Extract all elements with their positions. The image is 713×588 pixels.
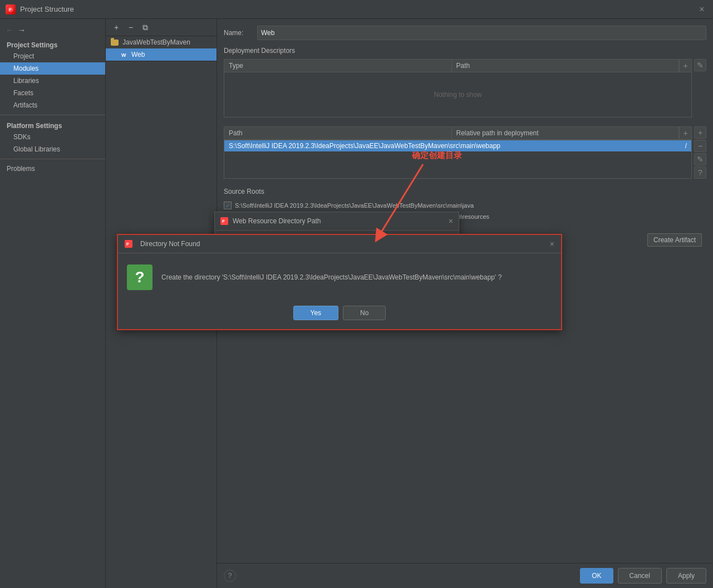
- sidebar-divider: [0, 115, 105, 115]
- sidebar-item-modules[interactable]: Modules: [0, 62, 105, 75]
- dir-dialog-icon: P: [125, 240, 132, 248]
- web-roots-add-button[interactable]: +: [694, 126, 706, 139]
- sidebar-item-artifacts[interactable]: Artifacts: [0, 99, 105, 111]
- window-title: Project Structure: [20, 5, 74, 13]
- deployment-table-empty: Nothing to show: [224, 72, 691, 117]
- deployment-table: Type Path + Nothing to show: [224, 59, 692, 117]
- folder-icon: [110, 38, 119, 47]
- dir-dialog-no-button[interactable]: No: [343, 306, 386, 320]
- cancel-button[interactable]: Cancel: [618, 568, 662, 584]
- main-window: P Project Structure × ← → Project Settin…: [0, 0, 713, 588]
- path-column-header: Path: [452, 60, 680, 72]
- deployment-side-buttons: ✎: [692, 59, 706, 117]
- ok-button[interactable]: OK: [580, 568, 613, 584]
- add-module-button[interactable]: +: [110, 21, 122, 33]
- web-roots-help-button[interactable]: ?: [694, 166, 706, 179]
- svg-text:P: P: [9, 8, 12, 12]
- name-input[interactable]: [257, 26, 706, 40]
- apply-button[interactable]: Apply: [666, 568, 706, 584]
- platform-settings-header: Platform Settings: [0, 119, 105, 131]
- web-resource-dialog-close[interactable]: ×: [449, 217, 453, 226]
- project-settings-header: Project Settings: [0, 38, 105, 50]
- sidebar-item-global-libraries[interactable]: Global Libraries: [0, 143, 105, 155]
- web-roots-header: Path Relative path in deployment +: [224, 127, 691, 140]
- dir-dialog-footer: Yes No: [118, 301, 561, 329]
- dir-dialog-message: Create the directory 'S:\Soft\IntelliJ I…: [161, 272, 501, 282]
- web-roots-table: Path Relative path in deployment + S:\So…: [224, 126, 692, 179]
- dir-dialog-close[interactable]: ×: [550, 239, 554, 248]
- web-roots-side-buttons: + − ✎ ?: [692, 126, 706, 179]
- svg-text:P: P: [222, 219, 225, 223]
- window-close-button[interactable]: ×: [696, 4, 707, 15]
- sidebar-item-libraries[interactable]: Libraries: [0, 75, 105, 87]
- sidebar-item-facets[interactable]: Facets: [0, 87, 105, 99]
- name-label: Name:: [224, 29, 252, 37]
- copy-module-button[interactable]: ⧉: [139, 21, 151, 33]
- create-artifact-button[interactable]: Create Artifact: [647, 233, 702, 247]
- dir-dialog-content: ? Create the directory 'S:\Soft\IntelliJ…: [118, 253, 561, 301]
- svg-text:W: W: [121, 52, 126, 58]
- sidebar: ← → Project Settings Project Modules Lib…: [0, 19, 106, 588]
- web-roots-relative-header: Relative path in deployment: [452, 127, 680, 139]
- web-roots-wrapper: Path Relative path in deployment + S:\So…: [224, 126, 706, 179]
- module-tree: JavaWebTestByMaven W Web: [106, 36, 217, 61]
- name-field-row: Name:: [224, 26, 706, 40]
- web-resource-dialog-title: Web Resource Directory Path: [233, 217, 444, 225]
- bottom-bar: ? OK Cancel Apply: [217, 563, 713, 588]
- title-bar: P Project Structure ×: [0, 0, 713, 19]
- sidebar-nav-top: ← →: [0, 22, 105, 38]
- web-module-icon: W: [119, 50, 128, 59]
- deployment-edit-button[interactable]: ✎: [694, 59, 706, 71]
- add-web-root-button[interactable]: +: [679, 127, 691, 139]
- source-root-item-0: S:\Soft\IntelliJ IDEA 2019.2.3\IdeaProje…: [224, 200, 706, 211]
- dir-not-found-dialog: P Directory Not Found × ? Create the dir…: [117, 234, 562, 330]
- dir-dialog-yes-button[interactable]: Yes: [293, 306, 339, 320]
- app-icon: P: [6, 4, 16, 14]
- dir-dialog-title: Directory Not Found: [137, 240, 545, 248]
- web-roots-selected-row[interactable]: S:\Soft\IntelliJ IDEA 2019.2.3\IdeaProje…: [224, 140, 691, 151]
- web-resource-dialog-titlebar: P Web Resource Directory Path ×: [215, 212, 459, 231]
- source-root-checkbox-0[interactable]: [224, 202, 232, 209]
- deployment-descriptors-title: Deployment Descriptors: [224, 47, 706, 55]
- remove-module-button[interactable]: −: [125, 21, 137, 33]
- sidebar-item-problems[interactable]: Problems: [0, 163, 105, 175]
- web-roots-remove-button[interactable]: −: [694, 140, 706, 152]
- web-resource-dialog-icon: P: [220, 217, 228, 225]
- svg-text:P: P: [126, 242, 129, 246]
- source-roots-title: Source Roots: [224, 188, 706, 195]
- module-toolbar: + − ⧉: [106, 19, 217, 36]
- help-button[interactable]: ?: [224, 570, 236, 582]
- question-box-icon: ?: [127, 264, 153, 290]
- tree-item-web[interactable]: W Web: [106, 48, 217, 61]
- dir-dialog-titlebar: P Directory Not Found ×: [118, 235, 561, 253]
- web-roots-path-header: Path: [224, 127, 452, 139]
- sidebar-item-sdks[interactable]: SDKs: [0, 131, 105, 143]
- web-roots-edit-button[interactable]: ✎: [694, 153, 706, 165]
- deployment-table-wrapper: Type Path + Nothing to show ✎: [224, 59, 706, 117]
- sidebar-item-project[interactable]: Project: [0, 50, 105, 62]
- type-column-header: Type: [224, 60, 452, 72]
- add-descriptor-button[interactable]: +: [679, 60, 691, 72]
- sidebar-divider-2: [0, 159, 105, 159]
- deployment-table-header: Type Path +: [224, 60, 691, 72]
- tree-item-project[interactable]: JavaWebTestByMaven: [106, 36, 217, 48]
- back-button[interactable]: ←: [4, 24, 14, 36]
- forward-button[interactable]: →: [17, 24, 27, 36]
